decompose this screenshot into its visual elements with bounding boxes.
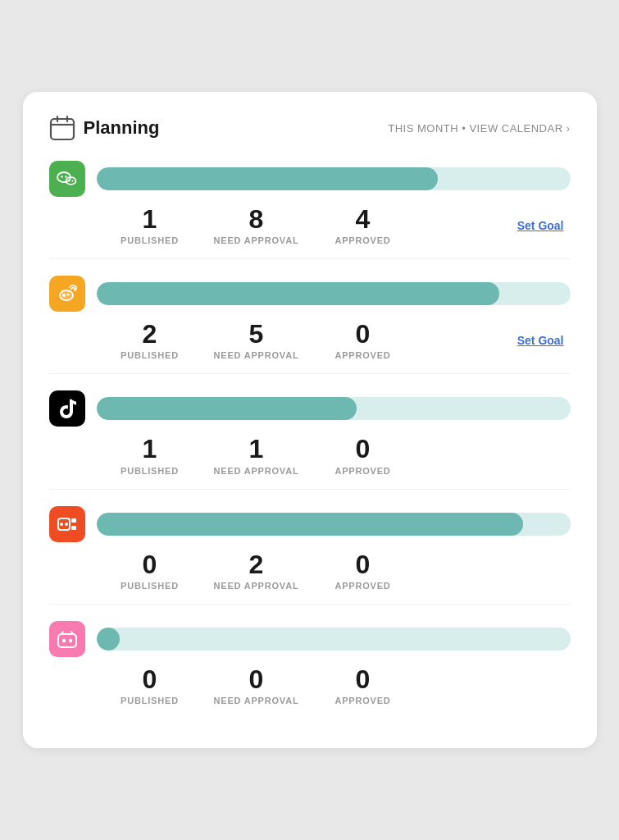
wechat-progress-bar [97, 167, 571, 190]
platform-block-tiktok: 1 PUBLISHED 1 NEED APPROVAL 0 APPROVED [49, 390, 571, 489]
kuaishou-approved-number: 0 [356, 550, 371, 579]
svg-rect-0 [51, 119, 74, 139]
svg-point-8 [68, 180, 70, 182]
svg-point-5 [61, 176, 62, 177]
bilibili-approved-stat: 0 APPROVED [310, 665, 416, 705]
svg-point-22 [68, 639, 71, 642]
svg-rect-18 [58, 634, 76, 647]
bilibili-published-number: 0 [143, 665, 157, 694]
bilibili-icon [49, 621, 85, 657]
bilibili-published-label: PUBLISHED [121, 696, 179, 705]
bilibili-progress-bar [97, 628, 571, 651]
divider [49, 489, 571, 490]
wechat-published-number: 1 [143, 205, 157, 234]
header-actions: THIS MONTH • VIEW CALENDAR › [388, 122, 570, 135]
svg-point-15 [65, 523, 68, 526]
tiktok-need-approval-label: NEED APPROVAL [214, 466, 299, 476]
tiktok-progress-bar [97, 397, 571, 420]
divider [49, 604, 571, 605]
bilibili-approved-label: APPROVED [335, 696, 390, 705]
wechat-need-approval-label: NEED APPROVAL [214, 235, 299, 245]
kuaishou-need-approval-label: NEED APPROVAL [214, 581, 299, 591]
wechat-approved-label: APPROVED [335, 235, 390, 245]
weibo-approved-label: APPROVED [335, 350, 390, 360]
svg-rect-16 [71, 518, 76, 523]
wechat-set-goal-link[interactable]: Set Goal [517, 219, 571, 232]
tiktok-published-number: 1 [143, 435, 157, 463]
weibo-icon [49, 276, 85, 312]
kuaishou-approved-stat: 0 APPROVED [310, 550, 416, 591]
kuaishou-stats-row: 0 PUBLISHED 2 NEED APPROVAL 0 APPROVED [49, 550, 571, 591]
tiktok-need-approval-number: 1 [249, 435, 264, 463]
svg-point-14 [60, 523, 63, 526]
weibo-stats-row: 2 PUBLISHED 5 NEED APPROVAL 0 APPROVED S… [49, 320, 571, 360]
platform-row-wechat [49, 161, 571, 197]
wechat-need-approval-stat: 8 NEED APPROVAL [203, 205, 310, 245]
wechat-approved-number: 4 [356, 205, 371, 234]
page-title: Planning [84, 117, 160, 139]
tiktok-icon [49, 390, 85, 427]
kuaishou-need-approval-stat: 2 NEED APPROVAL [203, 550, 310, 591]
bilibili-need-approval-stat: 0 NEED APPROVAL [203, 665, 310, 705]
tiktok-published-stat: 1 PUBLISHED [97, 435, 203, 475]
platform-block-bilibili: 0 PUBLISHED 0 NEED APPROVAL 0 APPROVED [49, 621, 571, 705]
kuaishou-published-label: PUBLISHED [121, 581, 179, 591]
planning-card: Planning THIS MONTH • VIEW CALENDAR › 1 … [23, 92, 597, 748]
platform-row-kuaishou [49, 506, 571, 542]
weibo-approved-stat: 0 APPROVED [310, 320, 416, 360]
platform-block-kuaishou: 0 PUBLISHED 2 NEED APPROVAL 0 APPROVED [49, 506, 571, 605]
bilibili-progress-fill [97, 628, 121, 651]
platform-block-weibo: 2 PUBLISHED 5 NEED APPROVAL 0 APPROVED S… [49, 276, 571, 374]
weibo-need-approval-number: 5 [249, 320, 264, 349]
wechat-published-stat: 1 PUBLISHED [97, 205, 203, 245]
wechat-stats-row: 1 PUBLISHED 8 NEED APPROVAL 4 APPROVED S… [49, 205, 571, 245]
weibo-set-goal-link[interactable]: Set Goal [517, 334, 571, 347]
svg-point-9 [71, 180, 73, 182]
calendar-icon [49, 115, 75, 141]
svg-point-11 [62, 294, 66, 297]
tiktok-approved-number: 0 [356, 435, 371, 463]
tiktok-stats-row: 1 PUBLISHED 1 NEED APPROVAL 0 APPROVED [49, 435, 571, 475]
header-left: Planning [49, 115, 160, 141]
weibo-approved-number: 0 [356, 320, 371, 349]
kuaishou-icon [49, 506, 85, 542]
weibo-need-approval-label: NEED APPROVAL [214, 350, 299, 360]
weibo-published-label: PUBLISHED [121, 350, 179, 360]
wechat-icon [49, 161, 85, 197]
svg-point-10 [60, 290, 73, 300]
card-header: Planning THIS MONTH • VIEW CALENDAR › [49, 115, 571, 141]
platforms-container: 1 PUBLISHED 8 NEED APPROVAL 4 APPROVED S… [49, 161, 571, 705]
kuaishou-published-stat: 0 PUBLISHED [97, 550, 203, 591]
tiktok-published-label: PUBLISHED [121, 466, 179, 476]
view-calendar-link[interactable]: VIEW CALENDAR › [469, 122, 570, 135]
kuaishou-progress-bar [97, 513, 571, 536]
tiktok-approved-label: APPROVED [335, 466, 390, 476]
tiktok-approved-stat: 0 APPROVED [310, 435, 416, 475]
wechat-published-label: PUBLISHED [121, 235, 179, 245]
bilibili-need-approval-number: 0 [249, 665, 264, 694]
bilibili-approved-number: 0 [356, 665, 371, 694]
weibo-need-approval-stat: 5 NEED APPROVAL [203, 320, 310, 360]
svg-point-6 [65, 176, 66, 177]
svg-point-21 [61, 639, 65, 642]
weibo-published-number: 2 [143, 320, 157, 349]
wechat-approved-stat: 4 APPROVED [310, 205, 416, 245]
bilibili-stats-row: 0 PUBLISHED 0 NEED APPROVAL 0 APPROVED [49, 665, 571, 705]
kuaishou-published-number: 0 [143, 550, 157, 579]
bilibili-published-stat: 0 PUBLISHED [97, 665, 203, 705]
weibo-progress-bar [97, 282, 571, 305]
wechat-need-approval-number: 8 [249, 205, 264, 234]
weibo-progress-fill [97, 282, 499, 305]
platform-row-weibo [49, 276, 571, 312]
tiktok-progress-fill [97, 397, 357, 420]
tiktok-need-approval-stat: 1 NEED APPROVAL [203, 435, 310, 475]
svg-rect-17 [71, 526, 76, 530]
platform-row-tiktok [49, 390, 571, 427]
kuaishou-need-approval-number: 2 [249, 550, 264, 579]
divider [49, 373, 571, 374]
platform-row-bilibili [49, 621, 571, 657]
separator: • [462, 122, 466, 135]
period-label: THIS MONTH [388, 122, 458, 135]
bilibili-need-approval-label: NEED APPROVAL [214, 696, 299, 705]
kuaishou-progress-fill [97, 513, 523, 536]
